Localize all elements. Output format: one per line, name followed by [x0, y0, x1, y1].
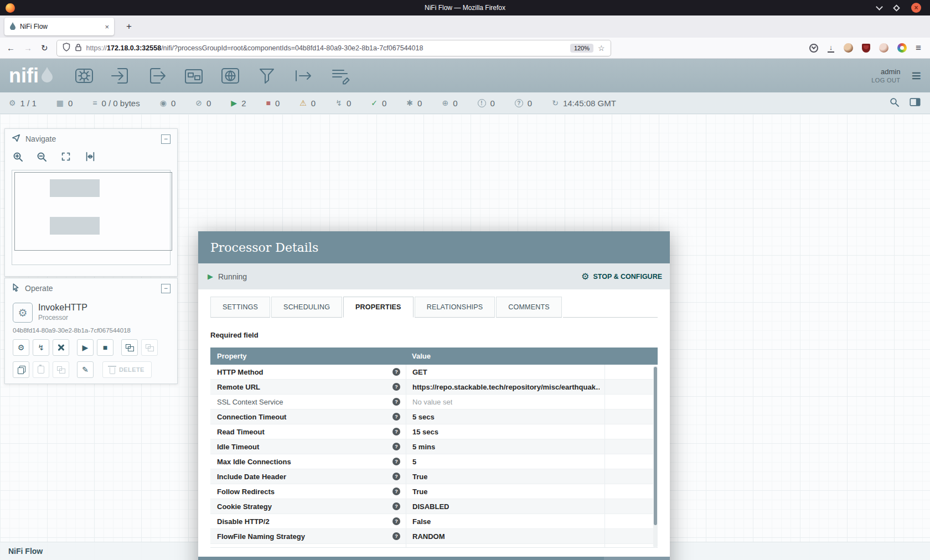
copy-button[interactable] [13, 361, 29, 378]
property-row[interactable]: Attributes to Send?No value set [210, 544, 658, 548]
tab-close-icon[interactable]: × [105, 23, 109, 31]
help-icon[interactable]: ? [392, 488, 400, 495]
nifi-logo[interactable]: nifi [9, 66, 54, 86]
extension-pinwheel-icon[interactable] [897, 43, 907, 53]
tracking-protection-shield-icon[interactable] [63, 43, 70, 53]
property-value-cell[interactable]: No value set [406, 544, 604, 548]
input-port-component-icon[interactable] [110, 65, 131, 86]
property-row[interactable]: Cookie Strategy?DISABLED [210, 499, 658, 514]
account-avatar-icon[interactable] [879, 43, 888, 53]
tab-properties[interactable]: PROPERTIES [343, 297, 414, 318]
property-value-cell[interactable]: True [406, 469, 604, 484]
downloads-icon[interactable]: ↓ [827, 44, 835, 53]
ok-button[interactable]: OK [604, 557, 670, 560]
property-row[interactable]: Max Idle Connections?5 [210, 454, 658, 469]
property-value-cell[interactable]: 5 [406, 454, 604, 469]
help-icon[interactable]: ? [392, 458, 400, 465]
advanced-button[interactable] [53, 339, 69, 356]
panel-toggle-icon[interactable] [909, 97, 921, 109]
help-icon[interactable]: ? [392, 517, 400, 525]
property-row[interactable]: HTTP Method?GET [210, 365, 658, 380]
delete-button[interactable]: DELETE [102, 361, 152, 378]
property-value-cell[interactable]: True [406, 484, 604, 499]
zoom-fit-icon[interactable] [60, 151, 71, 164]
group-button[interactable] [121, 339, 138, 356]
extension-avatar-icon[interactable] [844, 43, 853, 53]
enable-button[interactable]: ↯ [33, 339, 49, 356]
configure-button[interactable]: ⚙ [13, 339, 29, 356]
logout-link[interactable]: LOG OUT [871, 77, 900, 84]
pocket-icon[interactable] [809, 44, 818, 53]
property-value-cell[interactable]: False [406, 514, 604, 528]
start-button[interactable]: ▶ [77, 339, 94, 356]
back-button[interactable]: ← [7, 44, 15, 52]
connection-lock-icon[interactable] [75, 43, 82, 53]
template-component-icon[interactable] [293, 65, 314, 86]
forward-button[interactable]: → [24, 44, 32, 52]
change-color-button[interactable]: ✎ [77, 361, 94, 378]
property-row[interactable]: Follow Redirects?True [210, 484, 658, 499]
tab-comments[interactable]: COMMENTS [496, 297, 562, 318]
property-row[interactable]: Remote URL?https://repo.stackable.tech/r… [210, 380, 658, 395]
ungroup-button[interactable] [141, 339, 158, 356]
help-icon[interactable]: ? [392, 502, 400, 510]
birdseye-minimap[interactable] [12, 170, 170, 265]
tab-scheduling[interactable]: SCHEDULING [271, 297, 342, 318]
refresh-icon[interactable]: ↻ [552, 99, 559, 107]
zoom-out-icon[interactable] [37, 152, 47, 164]
help-icon[interactable]: ? [392, 532, 400, 540]
property-value-cell[interactable]: DISABLED [406, 499, 604, 514]
paste-button[interactable] [33, 361, 49, 378]
navigate-collapse-icon[interactable]: − [161, 134, 170, 144]
breadcrumb-nifi-flow[interactable]: NiFi Flow [8, 547, 43, 556]
help-icon[interactable]: ? [392, 473, 400, 480]
stop-button[interactable]: ■ [97, 339, 113, 356]
browser-menu-icon[interactable]: ≡ [916, 43, 921, 54]
property-value-cell[interactable]: https://repo.stackable.tech/repository/m… [406, 380, 604, 394]
window-maximize-icon[interactable] [893, 4, 900, 12]
help-icon[interactable]: ? [392, 368, 400, 376]
help-icon[interactable]: ? [392, 443, 400, 450]
operate-collapse-icon[interactable]: − [161, 284, 170, 293]
browser-tab-nifi-flow[interactable]: NiFi Flow × [4, 18, 114, 35]
output-port-component-icon[interactable] [147, 65, 168, 86]
window-minimize-icon[interactable] [876, 3, 883, 11]
url-bar[interactable]: https://172.18.0.3:32558/nifi/?processGr… [57, 40, 611, 56]
ublock-shield-icon[interactable] [862, 44, 870, 53]
remote-process-group-component-icon[interactable] [220, 65, 241, 86]
help-icon[interactable]: ? [392, 413, 400, 421]
process-group-component-icon[interactable] [183, 65, 204, 86]
label-component-icon[interactable] [329, 65, 350, 86]
flow-canvas[interactable]: Navigate − Operate − [0, 114, 930, 560]
property-row[interactable]: FlowFile Naming Strategy?RANDOM [210, 529, 658, 544]
property-value-cell[interactable]: No value set [406, 395, 604, 409]
reload-button[interactable]: ↻ [41, 44, 48, 52]
property-row[interactable]: SSL Context Service?No value set [210, 395, 658, 409]
property-value-cell[interactable]: 5 secs [406, 409, 604, 424]
property-value-cell[interactable]: RANDOM [406, 529, 604, 543]
tab-relationships[interactable]: RELATIONSHIPS [415, 297, 495, 318]
bookmark-star-icon[interactable]: ☆ [598, 44, 605, 53]
zoom-in-icon[interactable] [13, 152, 23, 164]
help-icon[interactable]: ? [392, 547, 400, 548]
new-tab-button[interactable]: + [121, 20, 137, 33]
help-icon[interactable]: ? [392, 428, 400, 435]
property-value-cell[interactable]: GET [406, 365, 604, 379]
property-value-cell[interactable]: 5 mins [406, 439, 604, 454]
property-row[interactable]: Idle Timeout?5 mins [210, 439, 658, 454]
property-row[interactable]: Connection Timeout?5 secs [210, 409, 658, 424]
zoom-actual-size-icon[interactable] [85, 151, 96, 164]
help-icon[interactable]: ? [392, 383, 400, 391]
scrollbar-thumb[interactable] [654, 367, 657, 525]
search-icon[interactable] [890, 97, 899, 108]
tab-settings[interactable]: SETTINGS [210, 297, 270, 318]
help-icon[interactable]: ? [392, 398, 400, 406]
table-scrollbar[interactable] [653, 366, 658, 548]
funnel-component-icon[interactable] [256, 65, 277, 86]
window-close-icon[interactable]: × [911, 3, 921, 13]
stop-and-configure-button[interactable]: ⚙ STOP & CONFIGURE [581, 272, 662, 281]
property-row[interactable]: Disable HTTP/2?False [210, 514, 658, 529]
property-row[interactable]: Include Date Header?True [210, 469, 658, 484]
global-menu-icon[interactable]: ≡ [911, 69, 921, 82]
property-row[interactable]: Read Timeout?15 secs [210, 424, 658, 439]
